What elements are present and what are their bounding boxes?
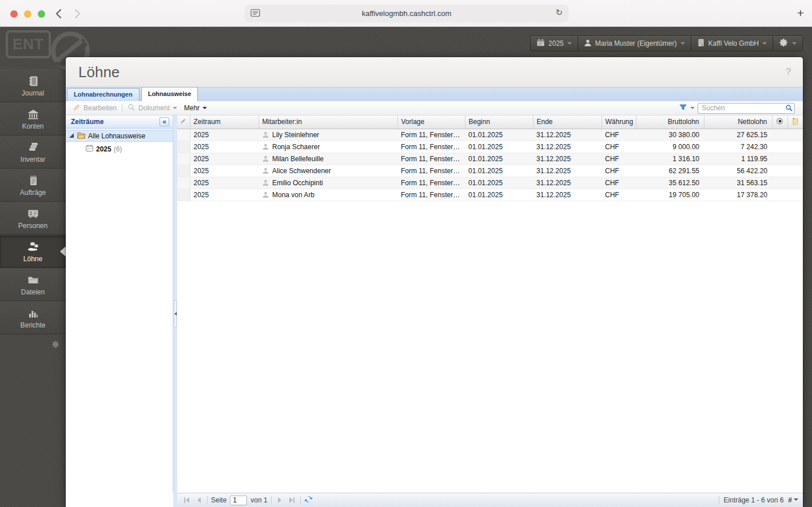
table-row[interactable]: 2025 Alice Schwendener Form 11, Fenster … (177, 165, 803, 177)
fiscal-year-label: 2025 (548, 39, 564, 47)
cell-visibility (772, 177, 787, 189)
cell-zeitraum: 2025 (190, 177, 258, 189)
id-card-icon (27, 207, 39, 220)
column-header-zeitraum[interactable]: Zeitraum (190, 115, 258, 129)
caret-down-icon (792, 42, 797, 47)
tab-lohnabrechnungen[interactable]: Lohnabrechnungen (67, 88, 140, 101)
more-button-label: Mehr (184, 104, 200, 112)
filter-icon[interactable] (679, 103, 687, 113)
tree-node-count: (6) (114, 145, 122, 153)
periods-panel-title: Zeiträume (71, 118, 160, 126)
window-zoom-button[interactable] (38, 10, 45, 18)
first-page-button[interactable] (182, 496, 191, 505)
caret-down-icon (794, 498, 798, 503)
tree-node-label: Alle Lohnausweise (88, 132, 145, 140)
tree-node-label: 2025 (96, 145, 112, 153)
page-number-input[interactable] (230, 496, 247, 505)
new-tab-button[interactable]: + (797, 6, 804, 20)
column-header-waehrung[interactable]: Währung (602, 115, 636, 129)
cell-nettolohn: 7 242.30 (704, 141, 772, 153)
user-menu-button[interactable]: Maria Muster (Eigentümer) (578, 35, 691, 51)
reload-icon[interactable]: ↻ (555, 7, 563, 18)
search-input[interactable] (698, 103, 795, 114)
sidebar-item-dateien[interactable]: Dateien (0, 268, 66, 301)
cell-nettolohn: 56 422.20 (704, 165, 772, 177)
building-icon (697, 38, 705, 49)
column-header-bruttolohn[interactable]: Bruttolohn (636, 115, 704, 129)
caret-down-icon[interactable] (690, 107, 695, 111)
page-title: Löhne (78, 63, 120, 81)
table-row[interactable]: 2025 Emilio Occhipinti Form 11, Fenster … (177, 177, 803, 189)
row-number-toggle-button[interactable]: # (788, 496, 798, 504)
column-header-notes[interactable] (787, 115, 803, 129)
tree-node-2025[interactable]: 2025 (6) (66, 143, 173, 155)
search-icon[interactable] (785, 104, 793, 114)
tab-lohnausweise[interactable]: Lohnausweise (141, 87, 198, 101)
collapse-panel-button[interactable]: « (160, 117, 169, 126)
main-panel: Löhne ? Lohnabrechnungen Lohnausweise Be… (66, 57, 803, 507)
cell-zeitraum: 2025 (190, 129, 258, 141)
sidebar-item-auftraege[interactable]: Aufträge (0, 169, 66, 202)
browser-back-button[interactable] (53, 8, 64, 19)
sidebar-item-personen[interactable]: Personen (0, 202, 66, 235)
table-row[interactable]: 2025 Mona von Arb Form 11, Fenster rech.… (177, 189, 803, 201)
settings-menu-button[interactable] (773, 35, 803, 51)
browser-forward-button[interactable] (71, 8, 83, 19)
panel-splitter[interactable] (173, 115, 177, 507)
column-header-mitarbeiter[interactable]: Mitarbeiter:in (258, 115, 397, 129)
window-close-button[interactable] (10, 10, 18, 18)
sidebar-item-journal[interactable]: Journal (0, 69, 66, 102)
caret-down-icon (173, 107, 177, 111)
cell-ende: 31.12.2025 (533, 129, 602, 141)
user-name-label: Maria Muster (Eigentümer) (595, 39, 677, 47)
cell-ende: 31.12.2025 (533, 189, 602, 201)
note-icon (791, 117, 799, 125)
paging-right: Einträge 1 - 6 von 6 # (719, 496, 798, 504)
more-button[interactable]: Mehr (181, 102, 210, 114)
feather-icon (180, 118, 187, 125)
magnifier-icon (128, 103, 136, 113)
column-header-attachment[interactable] (177, 115, 190, 129)
sidebar-item-label: Berichte (20, 321, 45, 329)
table-row[interactable]: 2025 Ronja Schaerer Form 11, Fenster rec… (177, 141, 803, 153)
paging-separator (207, 496, 208, 504)
sidebar-item-loehne[interactable]: Löhne (0, 235, 66, 268)
sidebar-item-konten[interactable]: Konten (0, 102, 66, 135)
cell-ende: 31.12.2025 (533, 165, 602, 177)
help-icon[interactable]: ? (786, 66, 791, 78)
sidebar-gear-icon[interactable] (51, 340, 60, 351)
refresh-icon[interactable] (304, 495, 313, 505)
fiscal-year-button[interactable]: 2025 (530, 35, 578, 51)
edit-button[interactable]: Bearbeiten (69, 102, 120, 114)
cell-beginn: 01.01.2025 (465, 141, 533, 153)
table-row[interactable]: 2025 Lily Steinlehner Form 11, Fenster r… (177, 129, 803, 141)
cell-notes (787, 189, 803, 201)
paging-toolbar: Seite von 1 Einträge 1 - 6 von 6 # (177, 493, 803, 507)
cell-beginn: 01.01.2025 (465, 189, 533, 201)
table-row[interactable]: 2025 Milan Bellefeuille Form 11, Fenster… (177, 153, 803, 165)
column-header-ende[interactable]: Ende (533, 115, 602, 129)
cell-bruttolohn: 9 000.00 (636, 141, 704, 153)
window-minimize-button[interactable] (24, 10, 31, 18)
sidebar-item-berichte[interactable]: Berichte (0, 301, 66, 334)
column-header-nettolohn[interactable]: Nettolohn (704, 115, 772, 129)
reader-icon[interactable] (250, 9, 260, 20)
address-bar[interactable]: kaffivelogmbh.cashctrl.com ↻ (245, 5, 568, 22)
url-text: kaffivelogmbh.cashctrl.com (362, 9, 452, 18)
logo-ent-text: ENT (6, 30, 51, 58)
document-button[interactable]: Dokument (124, 102, 181, 114)
folder-open-icon (77, 131, 86, 141)
column-header-vorlage[interactable]: Vorlage (397, 115, 465, 129)
tree-node-alle-lohnausweise[interactable]: Alle Lohnausweise (66, 130, 173, 142)
next-page-button[interactable] (275, 496, 284, 505)
sidebar-item-inventar[interactable]: Inventar (0, 135, 66, 169)
small-calendar-icon (85, 144, 94, 154)
tree-expander-icon[interactable] (69, 132, 74, 140)
document-button-label: Dokument (138, 104, 170, 112)
previous-page-button[interactable] (194, 496, 204, 505)
splitter-handle[interactable] (174, 300, 177, 328)
last-page-button[interactable] (288, 496, 297, 505)
column-header-visibility[interactable] (772, 115, 787, 129)
column-header-beginn[interactable]: Beginn (465, 115, 533, 129)
company-menu-button[interactable]: Kaffi Velo GmbH (691, 35, 773, 51)
